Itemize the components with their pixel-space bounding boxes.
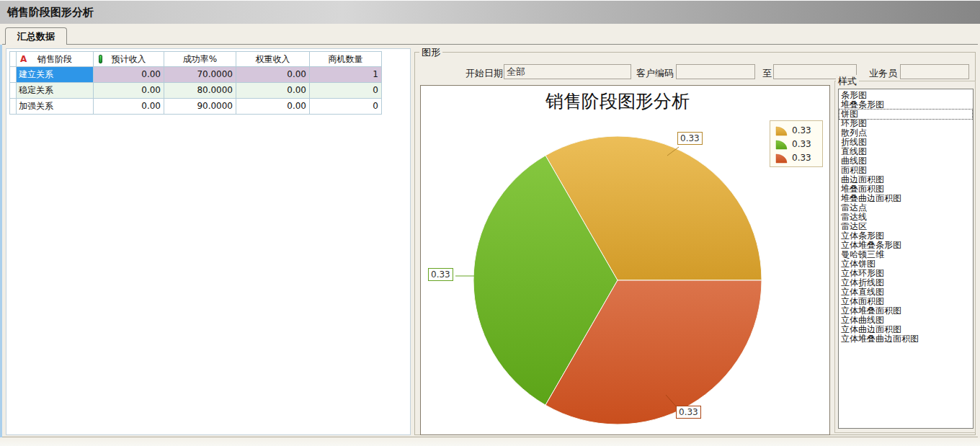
legend-value: 0.33 (792, 139, 811, 149)
column-header-success-rate[interactable]: 成功率% (164, 52, 236, 67)
table-row[interactable]: 稳定关系0.0080.00000.000 (10, 83, 382, 99)
table-cell[interactable]: 1 (310, 67, 382, 83)
chart-legend: 0.330.330.33 (770, 120, 823, 167)
legend-value: 0.33 (792, 153, 811, 163)
table-cell[interactable]: 0.00 (236, 99, 310, 115)
table-cell[interactable]: 0.00 (236, 83, 310, 99)
pie-chart (421, 86, 829, 434)
column-header-expected-income[interactable]: 预计收入 (94, 52, 164, 67)
window-title-bar: 销售阶段图形分析 (0, 0, 980, 24)
graph-panel: 图形 开始日期 客户编码 至 业务员 销售阶段图形分析 0.33 0.33 0.… (414, 45, 977, 437)
table-cell[interactable]: 0.00 (236, 67, 310, 83)
table-cell[interactable]: 0.00 (94, 67, 164, 83)
legend-entry: 0.33 (775, 151, 822, 164)
style-panel: 样式 条形图堆叠条形图饼图环形图散列点折线图直线图曲线图面积图曲边面积图堆叠面积… (834, 75, 976, 433)
bottom-strip (0, 437, 980, 446)
style-option[interactable]: 堆叠条形图 (839, 100, 972, 110)
table-cell[interactable]: 0.00 (94, 83, 164, 99)
page-title: 销售阶段图形分析 (7, 6, 94, 19)
legend-entry: 0.33 (775, 123, 822, 137)
pie-chart-area: 销售阶段图形分析 0.33 0.33 0.33 0.330.330.33 (420, 85, 830, 435)
table-cell[interactable]: 0.00 (94, 99, 164, 115)
customer-code-label: 客户编码 (636, 67, 674, 80)
column-header-weighted-income[interactable]: 权重收入 (236, 52, 310, 67)
table-cell[interactable]: 80.0000 (164, 83, 236, 99)
column-header-stage[interactable]: A 销售阶段 (17, 52, 94, 67)
column-header-label: 成功率% (183, 52, 217, 66)
column-header-label: 权重收入 (256, 52, 290, 66)
graph-group-label: 图形 (419, 46, 442, 59)
legend-value: 0.33 (792, 125, 811, 135)
style-option[interactable]: 立体堆叠曲边面积图 (839, 334, 972, 344)
column-header-label: 销售阶段 (37, 52, 72, 66)
start-date-input[interactable] (504, 64, 631, 79)
row-indicator-cell[interactable] (10, 83, 17, 99)
table-cell[interactable]: 0 (310, 83, 382, 99)
slice-value-label: 0.33 (677, 132, 703, 145)
sort-a-icon: A (20, 54, 27, 64)
left-edge-accent (0, 45, 2, 437)
start-date-label: 开始日期 (466, 67, 503, 80)
column-header-label: 预计收入 (112, 52, 146, 66)
customer-code-input[interactable] (676, 64, 755, 79)
table-cell[interactable]: 70.0000 (164, 67, 236, 83)
column-header-opportunity-count[interactable]: 商机数量 (310, 52, 382, 67)
table-cell[interactable]: 90.0000 (164, 99, 236, 115)
legend-wedge-icon (775, 152, 789, 164)
table-row[interactable]: 建立关系0.0070.00000.001 (10, 67, 382, 83)
green-marker-icon (99, 55, 102, 63)
table-body: 建立关系0.0070.00000.001稳定关系0.0080.00000.000… (10, 67, 382, 115)
row-indicator-cell[interactable] (10, 67, 17, 83)
sales-stage-table: A 销售阶段 预计收入 成功率% 权重收入 商机数量 建立关系0.0070.00… (9, 51, 382, 115)
table-cell[interactable]: 0 (310, 99, 382, 115)
row-indicator-header[interactable] (10, 52, 17, 67)
tab-summary-data[interactable]: 汇总数据 (5, 27, 67, 45)
legend-wedge-icon (775, 125, 789, 136)
slice-value-label: 0.33 (676, 406, 701, 419)
legend-wedge-icon (775, 138, 789, 150)
legend-entry: 0.33 (775, 137, 822, 151)
row-indicator-cell[interactable] (10, 99, 17, 115)
style-group-label: 样式 (836, 75, 859, 88)
summary-table-panel: A 销售阶段 预计收入 成功率% 权重收入 商机数量 建立关系0.0070.00… (6, 48, 411, 435)
table-cell[interactable]: 加强关系 (17, 99, 94, 115)
slice-value-label: 0.33 (428, 268, 453, 281)
table-row[interactable]: 加强关系0.0090.00000.000 (10, 99, 382, 115)
table-header-row: A 销售阶段 预计收入 成功率% 权重收入 商机数量 (10, 52, 382, 67)
chart-style-listbox[interactable]: 条形图堆叠条形图饼图环形图散列点折线图直线图曲线图面积图曲边面积图堆叠面积图堆叠… (838, 89, 974, 429)
table-cell[interactable]: 稳定关系 (17, 83, 94, 99)
column-header-label: 商机数量 (329, 52, 363, 66)
to-label: 至 (762, 67, 772, 80)
table-cell[interactable]: 建立关系 (17, 67, 94, 83)
